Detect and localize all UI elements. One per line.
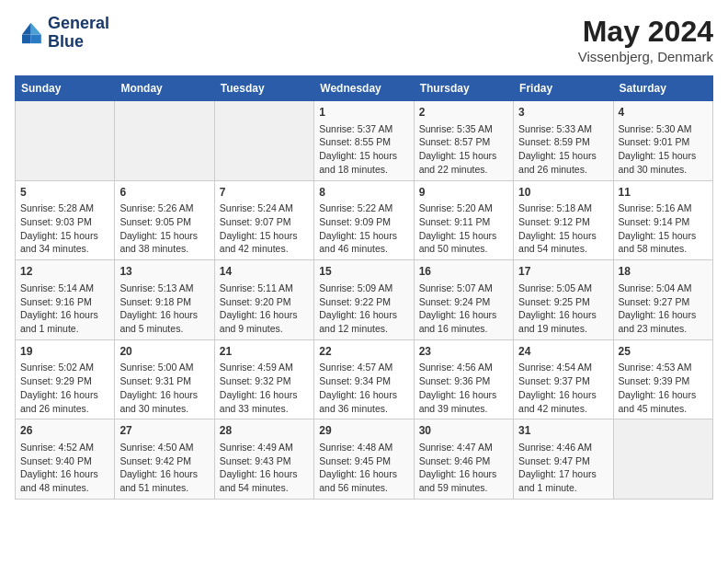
weekday-header-friday: Friday	[514, 76, 613, 101]
day-info: Sunrise: 5:22 AM Sunset: 9:09 PM Dayligh…	[319, 201, 408, 256]
calendar-table: SundayMondayTuesdayWednesdayThursdayFrid…	[15, 75, 713, 500]
day-info: Sunrise: 5:33 AM Sunset: 8:59 PM Dayligh…	[518, 122, 608, 177]
calendar-cell: 30Sunrise: 4:47 AM Sunset: 9:46 PM Dayli…	[414, 419, 513, 500]
weekday-header-row: SundayMondayTuesdayWednesdayThursdayFrid…	[16, 76, 713, 101]
day-info: Sunrise: 5:02 AM Sunset: 9:29 PM Dayligh…	[20, 361, 109, 415]
calendar-cell: 9Sunrise: 5:20 AM Sunset: 9:11 PM Daylig…	[414, 180, 513, 260]
day-number: 12	[20, 264, 109, 280]
svg-rect-3	[31, 34, 41, 43]
calendar-week-2: 5Sunrise: 5:28 AM Sunset: 9:03 PM Daylig…	[16, 180, 713, 260]
day-info: Sunrise: 5:13 AM Sunset: 9:18 PM Dayligh…	[119, 282, 209, 336]
calendar-cell: 26Sunrise: 4:52 AM Sunset: 9:40 PM Dayli…	[16, 419, 115, 500]
calendar-cell: 20Sunrise: 5:00 AM Sunset: 9:31 PM Dayli…	[115, 339, 214, 419]
svg-marker-0	[31, 23, 41, 35]
calendar-cell: 11Sunrise: 5:16 AM Sunset: 9:14 PM Dayli…	[613, 180, 712, 260]
weekday-header-sunday: Sunday	[16, 76, 115, 101]
calendar-cell: 13Sunrise: 5:13 AM Sunset: 9:18 PM Dayli…	[115, 260, 214, 340]
weekday-header-monday: Monday	[115, 76, 214, 101]
calendar-cell: 19Sunrise: 5:02 AM Sunset: 9:29 PM Dayli…	[16, 339, 115, 419]
calendar-cell	[214, 101, 313, 181]
calendar-week-5: 26Sunrise: 4:52 AM Sunset: 9:40 PM Dayli…	[16, 419, 713, 500]
title-block: May 2024 Vissenbjerg, Denmark	[578, 15, 713, 64]
day-info: Sunrise: 4:52 AM Sunset: 9:40 PM Dayligh…	[20, 441, 109, 495]
location: Vissenbjerg, Denmark	[578, 49, 713, 64]
day-number: 13	[119, 264, 209, 280]
day-number: 14	[220, 264, 309, 280]
day-number: 23	[419, 344, 508, 360]
day-info: Sunrise: 5:30 AM Sunset: 9:01 PM Dayligh…	[619, 122, 708, 177]
calendar-cell: 17Sunrise: 5:05 AM Sunset: 9:25 PM Dayli…	[514, 260, 613, 340]
calendar-cell	[16, 101, 115, 181]
day-info: Sunrise: 5:11 AM Sunset: 9:20 PM Dayligh…	[220, 282, 309, 336]
day-number: 9	[419, 185, 508, 201]
day-info: Sunrise: 5:37 AM Sunset: 8:55 PM Dayligh…	[319, 122, 408, 177]
day-info: Sunrise: 5:07 AM Sunset: 9:24 PM Dayligh…	[419, 282, 508, 336]
day-number: 27	[119, 423, 209, 439]
day-info: Sunrise: 5:05 AM Sunset: 9:25 PM Dayligh…	[518, 282, 608, 336]
day-info: Sunrise: 4:47 AM Sunset: 9:46 PM Dayligh…	[419, 441, 508, 495]
day-info: Sunrise: 4:59 AM Sunset: 9:32 PM Dayligh…	[220, 361, 309, 415]
day-info: Sunrise: 4:49 AM Sunset: 9:43 PM Dayligh…	[220, 441, 309, 495]
day-info: Sunrise: 5:14 AM Sunset: 9:16 PM Dayligh…	[20, 282, 109, 336]
calendar-cell: 24Sunrise: 4:54 AM Sunset: 9:37 PM Dayli…	[514, 339, 613, 419]
day-number: 30	[419, 423, 508, 439]
day-info: Sunrise: 4:56 AM Sunset: 9:36 PM Dayligh…	[419, 361, 508, 415]
calendar-cell: 25Sunrise: 4:53 AM Sunset: 9:39 PM Dayli…	[613, 339, 712, 419]
day-info: Sunrise: 4:53 AM Sunset: 9:39 PM Dayligh…	[619, 361, 708, 415]
calendar-cell: 7Sunrise: 5:24 AM Sunset: 9:07 PM Daylig…	[214, 180, 313, 260]
day-number: 8	[319, 185, 408, 201]
calendar-cell: 27Sunrise: 4:50 AM Sunset: 9:42 PM Dayli…	[115, 419, 214, 500]
day-number: 17	[518, 264, 608, 280]
day-number: 24	[518, 344, 608, 360]
calendar-cell: 8Sunrise: 5:22 AM Sunset: 9:09 PM Daylig…	[314, 180, 414, 260]
day-number: 26	[20, 423, 109, 439]
weekday-header-saturday: Saturday	[613, 76, 712, 101]
calendar-cell: 10Sunrise: 5:18 AM Sunset: 9:12 PM Dayli…	[514, 180, 613, 260]
logo-text: General Blue	[48, 15, 109, 52]
calendar-cell: 18Sunrise: 5:04 AM Sunset: 9:27 PM Dayli…	[613, 260, 712, 340]
day-number: 11	[619, 185, 708, 201]
calendar-cell: 23Sunrise: 4:56 AM Sunset: 9:36 PM Dayli…	[414, 339, 513, 419]
logo: General Blue	[15, 15, 109, 52]
calendar-week-3: 12Sunrise: 5:14 AM Sunset: 9:16 PM Dayli…	[16, 260, 713, 340]
day-number: 10	[518, 185, 608, 201]
day-info: Sunrise: 5:16 AM Sunset: 9:14 PM Dayligh…	[619, 201, 708, 256]
day-number: 19	[20, 344, 109, 360]
day-info: Sunrise: 5:09 AM Sunset: 9:22 PM Dayligh…	[319, 282, 408, 336]
calendar-cell: 6Sunrise: 5:26 AM Sunset: 9:05 PM Daylig…	[115, 180, 214, 260]
month-title: May 2024	[578, 15, 713, 49]
logo-icon	[15, 18, 44, 48]
day-info: Sunrise: 4:57 AM Sunset: 9:34 PM Dayligh…	[319, 361, 408, 415]
weekday-header-tuesday: Tuesday	[214, 76, 313, 101]
day-info: Sunrise: 4:54 AM Sunset: 9:37 PM Dayligh…	[518, 361, 608, 415]
page-header: General Blue May 2024 Vissenbjerg, Denma…	[15, 15, 713, 64]
day-number: 28	[220, 423, 309, 439]
day-number: 22	[319, 344, 408, 360]
weekday-header-thursday: Thursday	[414, 76, 513, 101]
calendar-week-1: 1Sunrise: 5:37 AM Sunset: 8:55 PM Daylig…	[16, 101, 713, 181]
day-number: 6	[119, 185, 209, 201]
svg-marker-1	[22, 23, 31, 35]
day-info: Sunrise: 5:20 AM Sunset: 9:11 PM Dayligh…	[419, 201, 508, 256]
calendar-cell: 5Sunrise: 5:28 AM Sunset: 9:03 PM Daylig…	[16, 180, 115, 260]
calendar-cell: 21Sunrise: 4:59 AM Sunset: 9:32 PM Dayli…	[214, 339, 313, 419]
day-number: 21	[220, 344, 309, 360]
calendar-cell	[613, 419, 712, 500]
day-info: Sunrise: 4:46 AM Sunset: 9:47 PM Dayligh…	[518, 441, 608, 495]
day-info: Sunrise: 5:00 AM Sunset: 9:31 PM Dayligh…	[119, 361, 209, 415]
day-number: 4	[619, 105, 708, 121]
day-number: 31	[518, 423, 608, 439]
day-info: Sunrise: 5:24 AM Sunset: 9:07 PM Dayligh…	[220, 201, 309, 256]
day-number: 1	[319, 105, 408, 121]
calendar-cell: 12Sunrise: 5:14 AM Sunset: 9:16 PM Dayli…	[16, 260, 115, 340]
day-number: 7	[220, 185, 309, 201]
day-number: 2	[419, 105, 508, 121]
weekday-header-wednesday: Wednesday	[314, 76, 414, 101]
day-number: 18	[619, 264, 708, 280]
day-number: 29	[319, 423, 408, 439]
calendar-cell: 2Sunrise: 5:35 AM Sunset: 8:57 PM Daylig…	[414, 101, 513, 181]
day-number: 16	[419, 264, 508, 280]
day-number: 20	[119, 344, 209, 360]
day-info: Sunrise: 4:48 AM Sunset: 9:45 PM Dayligh…	[319, 441, 408, 495]
calendar-cell: 3Sunrise: 5:33 AM Sunset: 8:59 PM Daylig…	[514, 101, 613, 181]
